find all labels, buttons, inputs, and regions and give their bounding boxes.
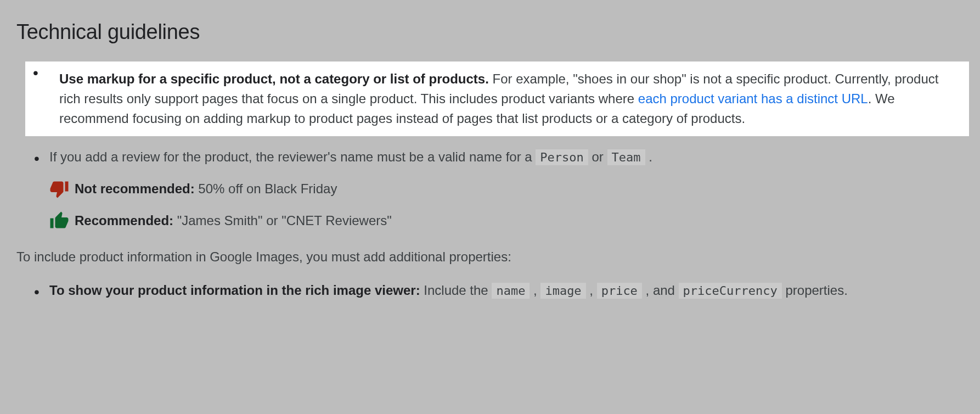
code-image: image xyxy=(540,283,585,299)
guideline-1-bold: Use markup for a specific product, not a… xyxy=(59,71,489,86)
code-person: Person xyxy=(536,149,588,165)
google-images-intro: To include product information in Google… xyxy=(16,247,964,267)
not-recommended-label: Not recommended: xyxy=(75,181,195,196)
sep1: , xyxy=(530,283,540,298)
thumbs-up-icon xyxy=(49,211,69,231)
code-name: name xyxy=(492,283,530,299)
thumbs-down-icon xyxy=(49,179,69,199)
property-1-end: properties. xyxy=(782,283,848,298)
property-item-1: To show your product information in the … xyxy=(49,281,964,300)
sep3: , and xyxy=(642,283,679,298)
property-1-text1: Include the xyxy=(420,283,492,298)
recommended-row: Recommended: "James Smith" or "CNET Revi… xyxy=(49,211,964,231)
guideline-item-1: Use markup for a specific product, not a… xyxy=(25,61,969,136)
product-variant-link[interactable]: each product variant has a distinct URL xyxy=(638,91,868,106)
guideline-2-end: . xyxy=(645,149,652,164)
guidelines-list: Use markup for a specific product, not a… xyxy=(16,61,964,231)
not-recommended-text: 50% off on Black Friday xyxy=(195,181,337,196)
recommended-text: "James Smith" or "CNET Reviewers" xyxy=(173,213,392,228)
guideline-2-mid: or xyxy=(588,149,607,164)
property-1-bold: To show your product information in the … xyxy=(49,283,420,298)
guideline-2-text: If you add a review for the product, the… xyxy=(49,149,536,164)
image-properties-list: To show your product information in the … xyxy=(16,281,964,300)
sep2: , xyxy=(586,283,597,298)
recommended-label: Recommended: xyxy=(75,213,173,228)
guideline-item-2: If you add a review for the product, the… xyxy=(49,147,964,231)
not-recommended-row: Not recommended: 50% off on Black Friday xyxy=(49,179,964,199)
code-pricecurrency: priceCurrency xyxy=(679,283,782,299)
code-team: Team xyxy=(607,149,645,165)
section-heading: Technical guidelines xyxy=(16,16,964,48)
code-price: price xyxy=(597,283,642,299)
